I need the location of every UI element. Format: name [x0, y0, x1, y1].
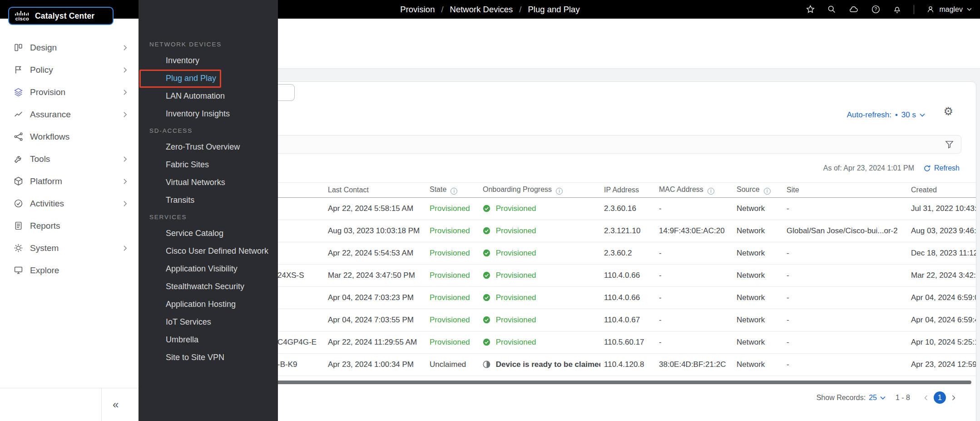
source-cell: Network — [733, 220, 783, 242]
flyout-item-lan-automation[interactable]: LAN Automation — [139, 87, 278, 105]
site-cell: - — [783, 331, 907, 354]
source-cell: Network — [733, 265, 783, 287]
sidebar-item-policy[interactable]: Policy — [0, 59, 139, 81]
column-header-site[interactable]: Site — [783, 183, 907, 198]
flyout-section-network-devices: NETWORK DEVICES Inventory Plug and Play … — [139, 40, 278, 123]
sidebar-item-activities[interactable]: Activities — [0, 192, 139, 215]
flyout-item-iot-services[interactable]: IoT Services — [139, 313, 278, 331]
sidebar-item-assurance[interactable]: Assurance — [0, 103, 139, 125]
last-contact-cell: Apr 04, 2024 7:03:23 PM — [324, 287, 426, 309]
show-records-select[interactable]: Show Records: 25 — [817, 394, 886, 402]
filter-funnel-icon[interactable] — [945, 140, 954, 149]
collapse-sidebar-button[interactable]: « — [101, 388, 139, 421]
column-header-ip-address[interactable]: IP Address — [600, 183, 655, 198]
table-settings-gear-icon[interactable]: ⚙ — [943, 106, 953, 117]
flyout-section-services: SERVICES Service Catalog Cisco User Defi… — [139, 213, 278, 366]
records-range: 1 - 8 — [896, 394, 910, 402]
flyout-item-site-to-site-vpn[interactable]: Site to Site VPN — [139, 349, 278, 366]
column-header-onboarding-progress[interactable]: Onboarding Progressi — [479, 183, 600, 198]
breadcrumb-plug-and-play[interactable]: Plug and Play — [528, 5, 580, 15]
column-header-last-contact[interactable]: Last Contact — [324, 183, 426, 198]
ip-address-cell: 2.3.121.10 — [600, 220, 655, 242]
sidebar-item-label: Tools — [30, 154, 50, 164]
onboarding-progress-cell: Provisioned — [479, 242, 600, 265]
state-cell: Provisioned — [426, 331, 479, 354]
site-cell: - — [783, 287, 907, 309]
help-icon[interactable]: ? — [871, 5, 881, 14]
auto-refresh-value: 30 s — [901, 110, 916, 120]
column-header-created[interactable]: Created — [907, 183, 976, 198]
flyout-item-zero-trust-overview[interactable]: Zero-Trust Overview — [139, 138, 278, 156]
column-header-state[interactable]: Statei — [426, 183, 479, 198]
search-icon[interactable] — [827, 5, 836, 14]
created-cell: Aug 03, 2023 9:46:5 — [907, 220, 976, 242]
onboarding-progress-cell: Device is ready to be claimed. — [479, 354, 600, 376]
column-header-mac-address[interactable]: MAC Addressi — [655, 183, 733, 198]
flyout-item-fabric-sites[interactable]: Fabric Sites — [139, 156, 278, 174]
system-gear-icon — [14, 243, 23, 253]
flyout-item-umbrella[interactable]: Umbrella — [139, 331, 278, 349]
site-cell: - — [783, 265, 907, 287]
flyout-item-application-visibility[interactable]: Application Visibility — [139, 260, 278, 278]
info-icon[interactable]: i — [764, 188, 771, 195]
sidebar-item-system[interactable]: System — [0, 237, 139, 259]
last-contact-cell: Apr 04, 2024 7:03:55 PM — [324, 309, 426, 331]
notifications-bell-icon[interactable] — [892, 5, 902, 14]
last-contact-cell: Apr 22, 2024 5:58:15 AM — [324, 198, 426, 220]
refresh-button[interactable]: Refresh — [923, 164, 960, 172]
breadcrumb-network-devices[interactable]: Network Devices — [450, 5, 513, 15]
source-cell: Network — [733, 242, 783, 265]
flyout-item-stealthwatch-security[interactable]: Stealthwatch Security — [139, 278, 278, 296]
flyout-item-plug-and-play[interactable]: Plug and Play — [139, 70, 278, 87]
show-records-label: Show Records: — [817, 394, 866, 402]
flyout-item-service-catalog[interactable]: Service Catalog — [139, 225, 278, 242]
flyout-item-application-hosting[interactable]: Application Hosting — [139, 296, 278, 313]
sidebar-item-reports[interactable]: Reports — [0, 215, 139, 237]
column-header-source[interactable]: Sourcei — [733, 183, 783, 198]
auto-refresh-control[interactable]: Auto-refresh: • 30 s — [847, 110, 925, 120]
source-cell: Network — [733, 354, 783, 376]
favorite-star-icon[interactable] — [806, 5, 815, 14]
user-menu[interactable]: maglev — [926, 5, 972, 14]
sidebar-item-tools[interactable]: Tools — [0, 148, 139, 170]
ready-to-claim-icon — [483, 361, 490, 368]
current-page-button[interactable]: 1 — [934, 391, 946, 404]
username: maglev — [939, 5, 963, 14]
previous-page-button[interactable] — [924, 395, 928, 401]
check-circle-icon — [483, 338, 490, 346]
created-cell: Apr 23, 2024 12:59 — [907, 354, 976, 376]
sidebar-item-label: Provision — [30, 87, 65, 97]
next-page-button[interactable] — [951, 395, 956, 401]
check-circle-icon — [483, 316, 490, 324]
chevron-right-icon — [123, 111, 128, 118]
info-icon[interactable]: i — [450, 188, 457, 195]
breadcrumb: Provision / Network Devices / Plug and P… — [400, 0, 579, 19]
sidebar-item-provision[interactable]: Provision — [0, 81, 139, 103]
sidebar-item-design[interactable]: Design — [0, 36, 139, 59]
onboarding-progress-cell: Provisioned — [479, 198, 600, 220]
created-cell: Apr 04, 2024 6:59:0 — [907, 287, 976, 309]
source-cell: Network — [733, 198, 783, 220]
info-icon[interactable]: i — [556, 188, 563, 195]
catalyst-center-home-button[interactable]: cisco Catalyst Center — [8, 7, 114, 25]
flyout-item-inventory-insights[interactable]: Inventory Insights — [139, 105, 278, 123]
ip-address-cell: 110.4.0.66 — [600, 265, 655, 287]
chevron-right-icon — [123, 89, 128, 95]
main-navigation-sidebar: Design Policy Provision Assurance Workfl… — [0, 19, 139, 421]
flyout-item-cisco-user-defined-network[interactable]: Cisco User Defined Network — [139, 242, 278, 260]
cloud-icon[interactable] — [848, 5, 859, 14]
platform-icon — [14, 176, 23, 186]
chevron-right-icon — [123, 200, 128, 207]
policy-icon — [14, 65, 23, 75]
pagination: 1 — [924, 391, 956, 404]
flyout-item-inventory[interactable]: Inventory — [139, 52, 278, 70]
flyout-item-virtual-networks[interactable]: Virtual Networks — [139, 174, 278, 191]
sidebar-item-explore[interactable]: Explore — [0, 259, 139, 281]
design-icon — [14, 43, 23, 52]
sidebar-item-workflows[interactable]: Workflows — [0, 125, 139, 148]
info-icon[interactable]: i — [708, 188, 714, 195]
breadcrumb-provision[interactable]: Provision — [400, 5, 435, 15]
sidebar-item-platform[interactable]: Platform — [0, 170, 139, 192]
activities-icon — [14, 199, 23, 208]
flyout-item-transits[interactable]: Transits — [139, 191, 278, 209]
